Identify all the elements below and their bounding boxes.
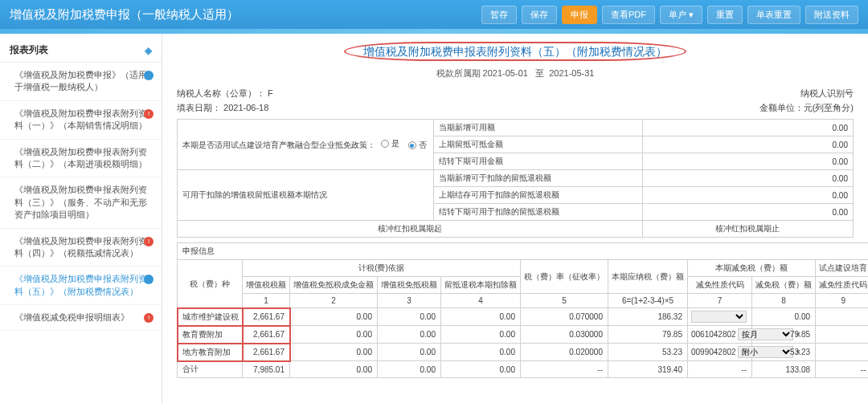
detail-table: 申报信息 税（费）种 计税(费)依据 税（费）率（征收率） 本期应纳税（费）额 … — [177, 242, 868, 378]
btn-submit[interactable]: 申报 — [562, 6, 597, 24]
reduce-code-select[interactable]: 附小 — [738, 346, 793, 358]
radio-yes[interactable]: 是 — [381, 138, 399, 149]
total-row: 合计7,985.010.000.000.00--319.40--133.08--… — [178, 361, 869, 378]
sidebar-item-6[interactable]: 《增值税减免税申报明细表》! — [0, 305, 162, 331]
btn-save[interactable]: 保存 — [522, 6, 557, 24]
form-title: 增值税及附加税费申报表附列资料（五）（附加税费情况表） — [177, 45, 854, 59]
table-row: 城市维护建设税2,661.670.000.000.000.070000186.3… — [178, 308, 869, 326]
btn-viewpdf[interactable]: 查看PDF — [602, 6, 655, 24]
sidebar-item-0[interactable]: 《增值税及附加税费申报》（适用于增值税一般纳税人） — [0, 63, 162, 101]
sidebar-item-4[interactable]: 《增值税及附加税费申报表附列资料（四）》（税额抵减情况表）! — [0, 229, 162, 267]
top-bar: 增值税及附加税费申报（一般纳税人适用） 暂存 保存 申报 查看PDF 单户 ▾ … — [0, 0, 868, 29]
reduce-code-select[interactable] — [691, 311, 747, 323]
sidebar: 报表列表 ◈ 《增值税及附加税费申报》（适用于增值税一般纳税人）《增值税及附加税… — [0, 34, 162, 403]
radio-no[interactable]: 否 — [408, 140, 427, 151]
sidebar-item-5[interactable]: 《增值税及附加税费申报表附列资料（五）》（附加税费情况表） — [0, 267, 162, 305]
table-row: 教育费附加2,661.670.000.000.000.03000079.8500… — [178, 326, 869, 344]
wifi-icon: ◈ — [145, 45, 152, 56]
period: 税款所属期 2021-05-01 至 2021-05-31 — [177, 67, 854, 79]
sidebar-item-1[interactable]: 《增值税及附加税费申报表附列资料（一）》（本期销售情况明细）! — [0, 101, 162, 140]
reduce-code-select[interactable]: 按月 — [738, 328, 793, 340]
badge-icon: ! — [144, 109, 154, 119]
badge-icon — [144, 275, 154, 284]
btn-attach[interactable]: 附送资料 — [805, 6, 858, 24]
sidebar-title: 报表列表 ◈ — [0, 39, 162, 63]
table-row: 地方教育附加2,661.670.000.000.000.02000053.230… — [178, 344, 869, 361]
btn-single-reset[interactable]: 单表重置 — [747, 6, 800, 24]
sidebar-item-3[interactable]: 《增值税及附加税费申报表附列资料（三）》（服务、不动产和无形资产扣除项目明细） — [0, 177, 162, 228]
btn-stash[interactable]: 暂存 — [481, 6, 517, 24]
summary-table: 本期是否适用试点建设培育产教融合型企业抵免政策： 是 否 当期新增可用额0.00… — [177, 119, 854, 238]
page-title: 增值税及附加税费申报（一般纳税人适用） — [10, 7, 477, 22]
badge-icon — [144, 71, 154, 80]
badge-icon: ! — [144, 237, 154, 246]
badge-icon: ! — [144, 313, 154, 323]
btn-reset[interactable]: 重置 — [707, 6, 743, 24]
btn-single[interactable]: 单户 ▾ — [660, 6, 702, 24]
sidebar-item-2[interactable]: 《增值税及附加税费申报表附列资料（二）》（本期进项税额明细） — [0, 140, 162, 178]
content: 增值税及附加税费申报表附列资料（五）（附加税费情况表） 税款所属期 2021-0… — [162, 34, 868, 403]
